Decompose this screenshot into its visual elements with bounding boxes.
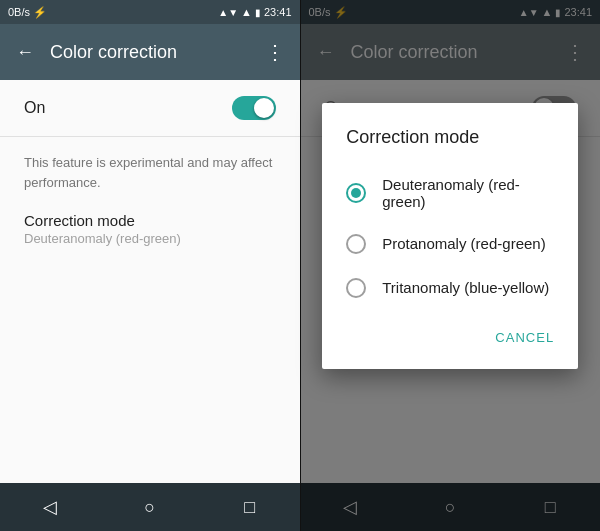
more-options-button-1[interactable]: ⋮ bbox=[265, 40, 284, 64]
signal-icon-1: ▲▼ bbox=[218, 7, 238, 18]
dialog-actions: CANCEL bbox=[322, 314, 578, 361]
screen-2: 0B/s ⚡ ▲▼ ▲ ▮ 23:41 ← Color correction ⋮… bbox=[301, 0, 601, 531]
status-bar-right-1: ▲▼ ▲ ▮ 23:41 bbox=[218, 6, 291, 18]
status-bar-1: 0B/s ⚡ ▲▼ ▲ ▮ 23:41 bbox=[0, 0, 300, 24]
status-bar-left-1: 0B/s ⚡ bbox=[8, 6, 47, 19]
radio-item-2[interactable]: Tritanomaly (blue-yellow) bbox=[322, 266, 578, 310]
toggle-knob-1 bbox=[254, 98, 274, 118]
correction-mode-title-1: Correction mode bbox=[24, 212, 276, 229]
battery-icon-1: ▮ bbox=[255, 7, 261, 18]
radio-item-0[interactable]: Deuteranomaly (red-green) bbox=[322, 164, 578, 222]
correction-mode-dialog: Correction mode Deuteranomaly (red-green… bbox=[322, 103, 578, 369]
nav-bar-1: ◁ ○ □ bbox=[0, 483, 300, 531]
radio-circle-0 bbox=[346, 183, 366, 203]
content-1: On This feature is experimental and may … bbox=[0, 80, 300, 483]
radio-circle-1 bbox=[346, 234, 366, 254]
back-button-1[interactable]: ← bbox=[16, 42, 34, 63]
toggle-switch-1[interactable] bbox=[232, 96, 276, 120]
correction-mode-sub-1: Deuteranomaly (red-green) bbox=[24, 231, 276, 246]
screen-1: 0B/s ⚡ ▲▼ ▲ ▮ 23:41 ← Color correction ⋮… bbox=[0, 0, 300, 531]
home-nav-1[interactable]: ○ bbox=[130, 487, 170, 527]
back-nav-1[interactable]: ◁ bbox=[30, 487, 70, 527]
radio-circle-2 bbox=[346, 278, 366, 298]
radio-label-1: Protanomaly (red-green) bbox=[382, 235, 545, 252]
wifi-icon-1: ▲ bbox=[241, 6, 252, 18]
page-title-1: Color correction bbox=[50, 42, 249, 63]
radio-label-2: Tritanomaly (blue-yellow) bbox=[382, 279, 549, 296]
correction-mode-row-1[interactable]: Correction mode Deuteranomaly (red-green… bbox=[0, 200, 300, 258]
cancel-button[interactable]: CANCEL bbox=[487, 322, 562, 353]
bolt-icon-1: ⚡ bbox=[33, 6, 47, 19]
dim-overlay: Correction mode Deuteranomaly (red-green… bbox=[301, 0, 601, 531]
toggle-row-1: On bbox=[0, 80, 300, 137]
data-speed-1: 0B/s bbox=[8, 6, 30, 18]
description-text-1: This feature is experimental and may aff… bbox=[0, 137, 300, 200]
radio-inner-0 bbox=[351, 188, 361, 198]
recent-nav-1[interactable]: □ bbox=[230, 487, 270, 527]
time-1: 23:41 bbox=[264, 6, 292, 18]
dialog-title: Correction mode bbox=[322, 127, 578, 164]
toggle-label-1: On bbox=[24, 99, 45, 117]
app-bar-1: ← Color correction ⋮ bbox=[0, 24, 300, 80]
radio-item-1[interactable]: Protanomaly (red-green) bbox=[322, 222, 578, 266]
radio-label-0: Deuteranomaly (red-green) bbox=[382, 176, 554, 210]
